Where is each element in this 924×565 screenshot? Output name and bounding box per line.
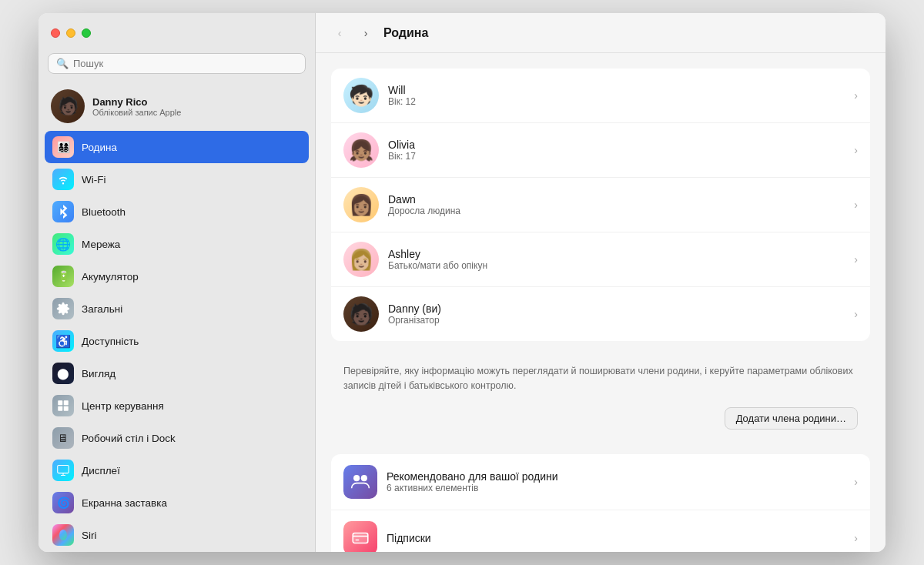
recommended-info: Рекомендовано для вашої родини 6 активни… bbox=[387, 470, 845, 493]
sidebar-item-label-bluetooth: Bluetooth bbox=[82, 206, 301, 218]
family-icon: 👨‍👩‍👧‍👦 bbox=[52, 136, 74, 158]
member-role-olivia: Вік: 17 bbox=[388, 151, 845, 162]
sidebar-item-network[interactable]: 🌐 Мережа bbox=[45, 228, 309, 260]
titlebar bbox=[38, 13, 315, 53]
subscriptions-title: Підписки bbox=[387, 532, 845, 544]
svg-point-6 bbox=[59, 530, 67, 540]
sidebar-item-battery[interactable]: 🔋 Акумулятор bbox=[45, 260, 309, 293]
chevron-icon-danny: › bbox=[854, 308, 858, 320]
sidebar-item-controlcenter[interactable]: Центр керування bbox=[45, 389, 309, 422]
member-name-danny: Danny (ви) bbox=[388, 303, 845, 315]
avatar-dawn: 👩🏽 bbox=[343, 187, 379, 222]
avatar: 🧑🏿 bbox=[51, 89, 85, 123]
member-info-ashley: Ashley Батько/мати або опікун bbox=[388, 248, 845, 271]
sidebar-item-appearance[interactable]: ⬤ Вигляд bbox=[45, 357, 309, 389]
recommended-row[interactable]: Рекомендовано для вашої родини 6 активни… bbox=[331, 454, 870, 510]
sidebar: 🔍 🧑🏿 Danny Rico Обліковий запис Apple 👨‍… bbox=[38, 13, 316, 552]
family-members-card: 🧒🏻 Will Вік: 12 › 👧🏽 Olivia Вік: 17 › bbox=[331, 69, 870, 341]
member-role-dawn: Доросла людина bbox=[388, 206, 845, 216]
member-row-dawn[interactable]: 👩🏽 Dawn Доросла людина › bbox=[331, 178, 870, 232]
nav-section: 👨‍👩‍👧‍👦 Родина Wi-Fi bbox=[45, 131, 309, 551]
sidebar-item-accessibility[interactable]: ♿ Доступність bbox=[45, 325, 309, 357]
profile-name: Danny Rico bbox=[92, 96, 181, 108]
desktop-icon: 🖥 bbox=[52, 427, 74, 449]
subscriptions-info: Підписки bbox=[387, 532, 845, 544]
back-button[interactable]: ‹ bbox=[331, 25, 348, 42]
minimize-button[interactable] bbox=[66, 28, 75, 38]
svg-point-8 bbox=[361, 475, 367, 481]
add-member-button[interactable]: Додати члена родини… bbox=[725, 407, 858, 430]
chevron-icon-olivia: › bbox=[854, 144, 858, 156]
recommended-card: Рекомендовано для вашої родини 6 активни… bbox=[331, 454, 870, 553]
profile-subtitle: Обліковий запис Apple bbox=[92, 108, 181, 117]
chevron-icon-recommended: › bbox=[854, 476, 858, 488]
accessibility-icon: ♿ bbox=[52, 330, 74, 352]
sidebar-item-label-screensaver: Екранна заставка bbox=[82, 497, 301, 509]
sidebar-item-label-accessibility: Доступність bbox=[82, 336, 301, 347]
svg-point-7 bbox=[353, 475, 360, 481]
sidebar-item-label-network: Мережа bbox=[82, 239, 301, 250]
general-icon bbox=[52, 298, 74, 319]
member-name-dawn: Dawn bbox=[388, 193, 845, 206]
info-section: Перевіряйте, яку інформацію можуть перег… bbox=[331, 353, 870, 442]
member-name-olivia: Olivia bbox=[388, 139, 845, 151]
controlcenter-icon bbox=[52, 395, 74, 416]
appearance-icon: ⬤ bbox=[52, 363, 74, 384]
avatar-ashley: 👩🏼 bbox=[343, 242, 379, 277]
search-icon: 🔍 bbox=[56, 58, 69, 69]
sidebar-item-bluetooth[interactable]: Bluetooth bbox=[45, 196, 309, 228]
sidebar-item-screensaver[interactable]: 🌀 Екранна заставка bbox=[45, 486, 309, 519]
sidebar-item-display[interactable]: Дисплеї bbox=[45, 454, 309, 486]
search-input[interactable] bbox=[73, 58, 297, 69]
avatar-danny: 🧑🏿 bbox=[343, 296, 379, 332]
sidebar-item-siri[interactable]: Siri bbox=[45, 519, 309, 551]
member-info-olivia: Olivia Вік: 17 bbox=[388, 139, 845, 162]
forward-button[interactable]: › bbox=[357, 25, 374, 42]
sidebar-item-label-siri: Siri bbox=[82, 530, 301, 541]
avatar-olivia: 👧🏽 bbox=[343, 132, 379, 168]
sidebar-item-label-wifi: Wi-Fi bbox=[82, 174, 301, 186]
sidebar-scroll: 🧑🏿 Danny Rico Обліковий запис Apple 👨‍👩‍… bbox=[38, 82, 315, 552]
close-button[interactable] bbox=[51, 28, 60, 38]
member-info-will: Will Вік: 12 bbox=[388, 84, 845, 107]
sidebar-item-label-controlcenter: Центр керування bbox=[82, 400, 301, 412]
sidebar-item-label-display: Дисплеї bbox=[82, 465, 301, 476]
svg-rect-3 bbox=[58, 406, 62, 411]
member-row-danny[interactable]: 🧑🏿 Danny (ви) Організатор › bbox=[331, 287, 870, 341]
recommended-subtitle: 6 активних елементів bbox=[387, 483, 845, 493]
display-icon bbox=[52, 460, 74, 481]
search-bar: 🔍 bbox=[48, 53, 306, 74]
subscriptions-row[interactable]: Підписки › bbox=[331, 510, 870, 553]
wifi-icon bbox=[52, 169, 74, 190]
fullscreen-button[interactable] bbox=[82, 28, 91, 38]
chevron-icon-subscriptions: › bbox=[854, 532, 858, 544]
member-name-will: Will bbox=[388, 84, 845, 96]
sidebar-item-label-desktop: Робочий стіл і Dock bbox=[82, 433, 301, 444]
screensaver-icon: 🌀 bbox=[52, 492, 74, 513]
sidebar-item-desktop[interactable]: 🖥 Робочий стіл і Dock bbox=[45, 422, 309, 454]
profile-item[interactable]: 🧑🏿 Danny Rico Обліковий запис Apple bbox=[45, 82, 309, 131]
network-icon: 🌐 bbox=[52, 233, 74, 255]
sidebar-item-label-family: Родина bbox=[82, 142, 301, 153]
member-row-ashley[interactable]: 👩🏼 Ashley Батько/мати або опікун › bbox=[331, 232, 870, 287]
sidebar-item-general[interactable]: Загальні bbox=[45, 293, 309, 325]
content-titlebar: ‹ › Родина bbox=[316, 13, 886, 53]
svg-rect-5 bbox=[58, 465, 69, 473]
sidebar-item-wifi[interactable]: Wi-Fi bbox=[45, 163, 309, 196]
recommended-title: Рекомендовано для вашої родини bbox=[387, 470, 845, 483]
member-row-olivia[interactable]: 👧🏽 Olivia Вік: 17 › bbox=[331, 123, 870, 178]
chevron-icon-dawn: › bbox=[854, 199, 858, 211]
member-info-danny: Danny (ви) Організатор bbox=[388, 303, 845, 326]
subscriptions-icon bbox=[343, 521, 377, 553]
main-content: ‹ › Родина 🧒🏻 Will Вік: 12 › 👧🏽 bbox=[316, 13, 886, 552]
info-text: Перевіряйте, яку інформацію можуть перег… bbox=[331, 353, 870, 401]
member-row-will[interactable]: 🧒🏻 Will Вік: 12 › bbox=[331, 69, 870, 123]
sidebar-item-family[interactable]: 👨‍👩‍👧‍👦 Родина bbox=[45, 131, 309, 163]
content-scroll: 🧒🏻 Will Вік: 12 › 👧🏽 Olivia Вік: 17 › bbox=[316, 53, 886, 552]
svg-rect-9 bbox=[353, 533, 368, 543]
recommended-icon bbox=[343, 465, 377, 499]
member-role-ashley: Батько/мати або опікун bbox=[388, 260, 845, 271]
avatar-will: 🧒🏻 bbox=[343, 78, 379, 113]
member-name-ashley: Ashley bbox=[388, 248, 845, 260]
chevron-icon-will: › bbox=[854, 89, 858, 102]
